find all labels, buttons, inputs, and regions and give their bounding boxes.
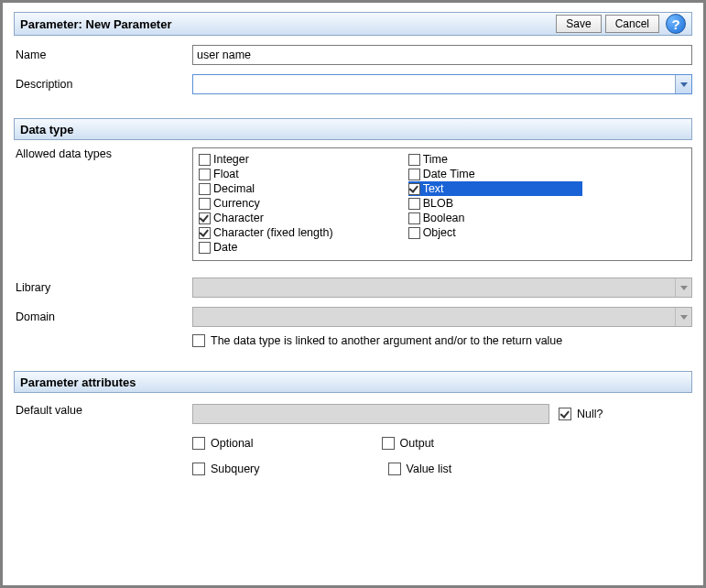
linked-checkbox[interactable]: The data type is linked to another argum… <box>192 334 562 347</box>
allowed-types-list[interactable]: IntegerFloatDecimalCurrencyCharacterChar… <box>192 147 692 261</box>
subquery-checkbox[interactable]: Subquery <box>192 463 260 475</box>
datatype-header: Data type <box>14 118 692 140</box>
default-value-label: Default value <box>14 404 192 475</box>
default-value-input <box>192 404 549 424</box>
linked-label: The data type is linked to another argum… <box>211 334 562 347</box>
save-button[interactable]: Save <box>556 15 601 33</box>
datatype-option-label: BLOB <box>423 197 453 210</box>
library-row: Library <box>14 278 692 298</box>
chevron-down-icon <box>675 75 691 93</box>
domain-label: Domain <box>14 310 192 323</box>
datatype-option[interactable]: Currency <box>199 196 344 211</box>
chevron-down-icon <box>675 308 691 326</box>
datatype-option[interactable]: Character (fixed length) <box>199 225 344 240</box>
description-combo[interactable] <box>192 74 692 94</box>
name-label: Name <box>14 49 192 61</box>
checkbox-icon <box>408 227 420 239</box>
domain-row: Domain <box>14 307 692 327</box>
checkbox-icon <box>199 169 211 180</box>
output-label: Output <box>400 437 435 450</box>
checkbox-icon <box>559 408 571 420</box>
datatype-option-label: Character (fixed length) <box>213 226 333 239</box>
allowed-types-label: Allowed data types <box>14 147 192 261</box>
checkbox-icon <box>408 154 420 166</box>
datatype-option[interactable]: Boolean <box>408 211 582 225</box>
name-input[interactable] <box>192 45 692 65</box>
optional-label: Optional <box>211 437 254 450</box>
datatype-option-label: Date <box>213 241 237 254</box>
datatype-option[interactable]: Integer <box>199 152 344 167</box>
datatype-option[interactable]: Date Time <box>408 167 582 181</box>
checkbox-icon <box>408 212 420 224</box>
domain-combo[interactable] <box>192 307 692 327</box>
datatype-option-label: Date Time <box>423 168 475 180</box>
datatype-option[interactable]: Text <box>408 181 582 196</box>
checkbox-icon <box>408 183 420 195</box>
datatype-option[interactable]: Character <box>199 211 344 225</box>
checkbox-icon <box>192 437 205 450</box>
attributes-header: Parameter attributes <box>14 371 692 393</box>
checkbox-icon <box>408 169 420 180</box>
datatype-option-label: Decimal <box>213 182 255 195</box>
datatype-option[interactable]: Date <box>199 240 344 255</box>
datatype-option[interactable]: Object <box>408 225 582 240</box>
library-combo <box>192 278 692 298</box>
description-label: Description <box>14 78 192 91</box>
datatype-option-label: Object <box>423 226 456 239</box>
panel-header: Parameter: New Parameter Save Cancel ? <box>14 12 692 36</box>
output-checkbox[interactable]: Output <box>382 437 435 450</box>
null-checkbox[interactable]: Null? <box>559 408 603 420</box>
datatype-option[interactable]: Float <box>199 167 344 181</box>
datatype-option-label: Boolean <box>423 212 465 224</box>
library-label: Library <box>14 281 192 294</box>
datatype-option[interactable]: Decimal <box>199 181 344 196</box>
description-row: Description <box>14 74 692 94</box>
default-value-row: Default value Null? Optional Output <box>14 404 692 475</box>
name-row: Name <box>14 45 692 65</box>
checkbox-icon <box>199 198 211 210</box>
datatype-option-label: Character <box>213 212 264 224</box>
checkbox-icon <box>388 463 401 475</box>
datatype-option-label: Time <box>423 153 448 166</box>
linked-row: The data type is linked to another argum… <box>14 334 692 347</box>
checkbox-icon <box>199 227 211 239</box>
datatype-option[interactable]: Time <box>408 152 582 167</box>
valuelist-label: Value list <box>407 463 452 475</box>
subquery-label: Subquery <box>211 463 260 475</box>
checkbox-icon <box>199 212 211 224</box>
allowed-types-row: Allowed data types IntegerFloatDecimalCu… <box>14 147 692 261</box>
valuelist-checkbox[interactable]: Value list <box>388 463 452 475</box>
datatype-option-label: Integer <box>213 153 249 166</box>
cancel-button[interactable]: Cancel <box>605 15 659 33</box>
chevron-down-icon <box>675 278 691 297</box>
optional-checkbox[interactable]: Optional <box>192 437 254 450</box>
help-icon[interactable]: ? <box>666 14 686 34</box>
datatype-title: Data type <box>20 123 74 136</box>
datatype-option-label: Currency <box>213 197 260 210</box>
checkbox-icon <box>382 437 395 450</box>
attributes-title: Parameter attributes <box>20 376 136 389</box>
checkbox-icon <box>199 183 211 195</box>
checkbox-icon <box>192 463 205 475</box>
null-label: Null? <box>577 408 603 420</box>
header-buttons: Save Cancel ? <box>556 14 686 34</box>
checkbox-icon <box>408 198 420 210</box>
panel-title: Parameter: New Parameter <box>20 17 171 31</box>
checkbox-icon <box>199 242 211 254</box>
parameter-panel: Parameter: New Parameter Save Cancel ? N… <box>3 3 703 585</box>
datatype-option-label: Text <box>423 182 444 195</box>
datatype-option-label: Float <box>213 168 239 180</box>
datatype-option[interactable]: BLOB <box>408 196 582 211</box>
checkbox-icon <box>192 334 205 347</box>
checkbox-icon <box>199 154 211 166</box>
